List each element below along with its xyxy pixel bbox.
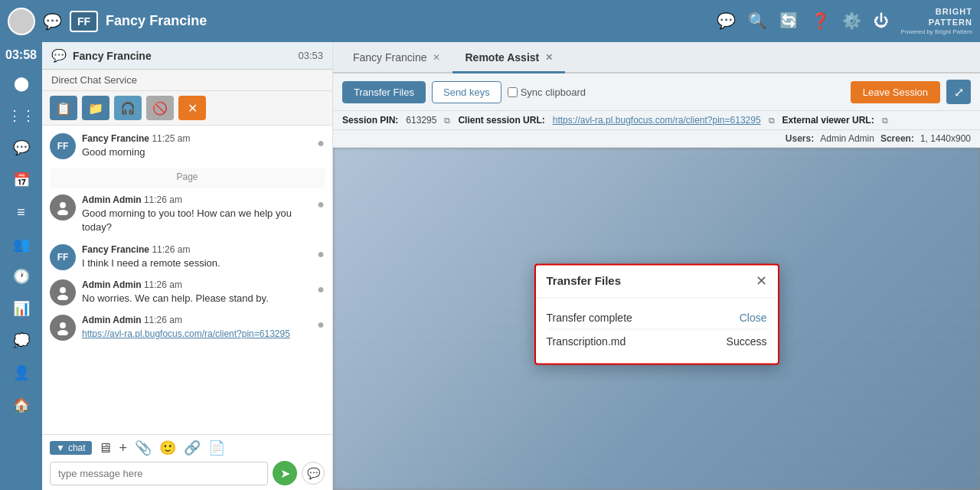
sidebar-icon-person[interactable]: 👤 [6, 359, 37, 387]
chat-header: 💬 Fancy Francine 03:53 [42, 42, 332, 70]
sidebar-icon-circle[interactable]: ⬤ [6, 70, 37, 97]
plus-icon[interactable]: + [119, 440, 128, 456]
sync-clipboard-checkbox[interactable]: Sync clipboard [508, 87, 586, 98]
copy-pin-icon[interactable]: ⧉ [444, 116, 450, 126]
paperclip-icon[interactable]: 📎 [135, 439, 152, 456]
msg-status: ● [317, 318, 325, 332]
avatar [50, 279, 76, 305]
chat-panel: 💬 Fancy Francine 03:53 Direct Chat Servi… [42, 42, 333, 490]
emoji-icon[interactable]: 🙂 [159, 439, 176, 456]
svg-point-2 [60, 287, 66, 293]
sidebar-icon-bubble[interactable]: 💭 [6, 327, 37, 354]
list-item: FF Fancy Francine 11:25 am Good morning … [50, 133, 325, 159]
copy-external-url-icon[interactable]: ⧉ [882, 116, 888, 126]
chat-header-name: Fancy Francine [73, 50, 152, 62]
chat-footer-icons: 🖥 + 📎 🙂 🔗 📄 [98, 439, 226, 456]
transfer-status-row: Transfer complete Close [547, 307, 767, 329]
svg-point-4 [60, 322, 66, 328]
ff-badge: FF [70, 11, 98, 32]
expand-button[interactable]: ⤢ [946, 80, 971, 104]
avatar: FF [50, 244, 76, 270]
action-btn-5[interactable]: ✕ [178, 96, 206, 120]
sync-clipboard-input[interactable] [508, 87, 518, 97]
chat-input[interactable] [50, 462, 268, 485]
dialog-body: Transfer complete Close Transcription.md… [536, 298, 778, 363]
chat-icon: 💬 [43, 12, 62, 31]
sidebar-icon-chat[interactable]: 💬 [6, 134, 37, 162]
chat-header-icon: 💬 [51, 48, 67, 63]
send-button[interactable]: ➤ [273, 461, 297, 485]
refresh-icon[interactable]: 🔄 [779, 11, 799, 30]
svg-point-0 [60, 202, 66, 208]
send-keys-button[interactable]: Send keys [432, 81, 501, 103]
sidebar-icon-bars[interactable]: ≡ [6, 198, 37, 226]
file-row: Transcription.md Success [547, 329, 767, 354]
avatar [50, 194, 76, 220]
msg-status: ● [317, 136, 325, 150]
transfer-close-link[interactable]: Close [740, 312, 767, 324]
action-btn-3[interactable]: 🎧 [114, 96, 142, 120]
msg-header: Admin Admin 11:26 am [82, 279, 311, 290]
avatar: FF [50, 133, 76, 159]
action-btn-2[interactable]: 📁 [82, 96, 109, 120]
right-panel: Fancy Francine ✕ Remote Assist ✕ Transfe… [333, 42, 980, 490]
bright-pattern-logo: BRIGHT PATTERN Powered by Bright Pattern [901, 6, 972, 36]
tab-fancy-francine[interactable]: Fancy Francine ✕ [341, 44, 452, 74]
dialog-close-button[interactable]: ✕ [756, 273, 767, 289]
chat-tag[interactable]: ▼ chat [50, 441, 92, 455]
help-icon[interactable]: ❓ [811, 11, 830, 30]
transfer-files-dialog: Transfer Files ✕ Transfer complete Close… [534, 263, 779, 364]
msg-status: ● [317, 198, 325, 211]
sidebar-icon-clock[interactable]: 🕐 [6, 263, 37, 290]
screen-area: Transfer Files ✕ Transfer complete Close… [333, 148, 980, 490]
session-info: Session PIN: 613295 ⧉ Client session URL… [333, 111, 980, 130]
msg-content: Fancy Francine 11:26 am I think I need a… [82, 244, 311, 270]
msg-header: Admin Admin 11:26 am [82, 194, 311, 205]
messages-area: FF Fancy Francine 11:25 am Good morning … [42, 126, 332, 434]
msg-status: ● [317, 283, 325, 296]
sidebar-icon-users[interactable]: 👥 [6, 230, 37, 258]
client-url[interactable]: https://avl-ra.pl.bugfocus.com/ra/client… [553, 115, 761, 126]
tabs-bar: Fancy Francine ✕ Remote Assist ✕ [333, 42, 980, 74]
msg-content: Admin Admin 11:26 am No worries. We can … [82, 279, 311, 305]
page-divider: Page [50, 168, 325, 188]
tab-close-icon[interactable]: ✕ [433, 52, 440, 63]
chat-header-left: 💬 Fancy Francine [51, 48, 152, 63]
power-icon[interactable]: ⏻ [874, 12, 889, 30]
action-btn-1[interactable]: 📋 [50, 96, 77, 120]
chat-bubble-icon[interactable]: 💬 [717, 11, 736, 30]
top-bar-right: 💬 🔍 🔄 ❓ ⚙️ ⏻ BRIGHT PATTERN Powered by B… [717, 6, 972, 36]
sidebar-icon-calendar[interactable]: 📅 [6, 166, 37, 194]
tab-remote-assist[interactable]: Remote Assist ✕ [452, 44, 565, 74]
dialog-header: Transfer Files ✕ [536, 265, 778, 298]
msg-content: Fancy Francine 11:25 am Good morning [82, 133, 311, 159]
sidebar-icon-home[interactable]: 🏠 [6, 391, 37, 419]
msg-content: Admin Admin 11:26 am Good morning to you… [82, 194, 311, 234]
sidebar-icons: 03:58 ⬤ ⋮⋮ 💬 📅 ≡ 👥 🕐 📊 💭 👤 🏠 [0, 42, 42, 490]
chat-bubble-button[interactable]: 💬 [302, 462, 325, 485]
tab-close-icon[interactable]: ✕ [545, 52, 553, 63]
sidebar-icon-chart[interactable]: 📊 [6, 295, 37, 322]
action-btn-4[interactable]: 🚫 [146, 96, 174, 120]
monitor-icon[interactable]: 🖥 [98, 440, 112, 456]
settings-icon[interactable]: ⚙️ [842, 11, 861, 30]
file-name: Transcription.md [547, 335, 626, 348]
chat-header-time: 03:53 [298, 50, 323, 61]
link-icon[interactable]: 🔗 [184, 439, 201, 456]
msg-text: Good morning to you too! How can we help… [82, 207, 311, 234]
agent-name: Fancy Francine [106, 13, 207, 29]
msg-link[interactable]: https://avl-ra.pl.bugfocus.com/ra/client… [82, 327, 311, 341]
search-icon[interactable]: 🔍 [748, 11, 767, 30]
list-item: Admin Admin 11:26 am No worries. We can … [50, 279, 325, 305]
sidebar-icon-apps[interactable]: ⋮⋮ [6, 102, 37, 129]
transfer-files-button[interactable]: Transfer Files [342, 81, 426, 103]
main-layout: 03:58 ⬤ ⋮⋮ 💬 📅 ≡ 👥 🕐 📊 💭 👤 🏠 💬 Fancy Fra… [0, 42, 980, 490]
leave-session-button[interactable]: Leave Session [851, 81, 940, 103]
msg-header: Fancy Francine 11:25 am [82, 133, 311, 144]
chat-service-label: Direct Chat Service [42, 70, 332, 91]
transfer-complete-label: Transfer complete [547, 312, 632, 324]
toolbar: Transfer Files Send keys Sync clipboard … [333, 74, 980, 111]
msg-text: I think I need a remote session. [82, 256, 311, 270]
copy-url-icon[interactable]: ⧉ [769, 116, 775, 126]
note-icon[interactable]: 📄 [208, 439, 225, 456]
